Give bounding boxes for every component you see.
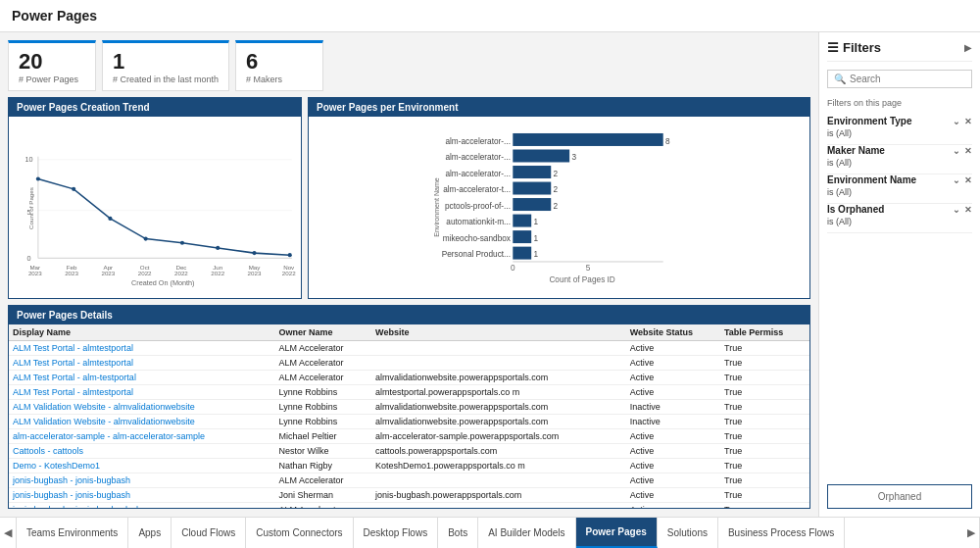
table-cell[interactable]: jonis-bugbash - jonis-bugbash-dev	[9, 503, 275, 509]
table-col-header: Owner Name	[275, 324, 372, 341]
table-cell: ALM Accelerator	[275, 356, 372, 371]
table-cell: Inactive	[626, 415, 720, 429]
filter-clear-icon[interactable]: ✕	[964, 146, 972, 156]
tab-cloud-flows[interactable]: Cloud Flows	[172, 518, 246, 548]
svg-text:5: 5	[586, 264, 591, 273]
filter-actions: ⌄ ✕	[953, 175, 972, 185]
table-cell: True	[720, 341, 809, 356]
table-cell[interactable]: ALM Test Portal - almtestportal	[9, 356, 275, 371]
table-cell: almvalidationwebsite.powerappsportals.co…	[371, 415, 626, 429]
table-cell[interactable]: ALM Test Portal - almtestportal	[9, 385, 275, 400]
svg-text:2022: 2022	[211, 270, 224, 276]
filter-clear-icon[interactable]: ✕	[964, 175, 972, 185]
table-cell[interactable]: jonis-bugbash - jonis-bugbash	[9, 488, 275, 503]
table-scroll[interactable]: Display NameOwner NameWebsiteWebsite Sta…	[9, 324, 809, 508]
filter-clear-icon[interactable]: ✕	[964, 117, 972, 126]
svg-text:alm-accelerator-...: alm-accelerator-...	[445, 137, 510, 146]
table-row[interactable]: jonis-bugbash - jonis-bugbash-devALM Acc…	[9, 503, 809, 509]
svg-text:8: 8	[665, 137, 670, 146]
table-cell[interactable]: jonis-bugbash - jonis-bugbash	[9, 473, 275, 488]
svg-text:pctools-proof-of-...: pctools-proof-of-...	[445, 202, 511, 211]
table-cell[interactable]: alm-accelerator-sample - alm-accelerator…	[9, 429, 275, 444]
tab-prev[interactable]: ◀	[0, 518, 17, 548]
table-cell	[371, 341, 626, 356]
row-link[interactable]: ALM Test Portal - almtestportal	[13, 358, 133, 368]
tab-custom-connectors[interactable]: Custom Connectors	[246, 518, 353, 548]
table-row[interactable]: ALM Test Portal - almtestportalALM Accel…	[9, 341, 809, 356]
table-cell: True	[720, 459, 809, 473]
table-cell: ALM Accelerator	[275, 503, 372, 509]
tab-bots[interactable]: Bots	[438, 518, 478, 548]
row-link[interactable]: ALM Test Portal - alm-testportal	[13, 373, 136, 382]
table-row[interactable]: ALM Validation Website - almvalidationwe…	[9, 415, 809, 429]
filter-clear-icon[interactable]: ✕	[964, 205, 972, 215]
row-link[interactable]: jonis-bugbash - jonis-bugbash	[13, 490, 130, 500]
tab-teams-environments[interactable]: Teams Environments	[17, 518, 128, 548]
env-chart-svg: Environment Name alm-accelerator-... 8 a…	[313, 121, 806, 294]
row-link[interactable]: ALM Validation Website - almvalidationwe…	[13, 402, 195, 412]
row-link[interactable]: ALM Test Portal - almtestportal	[13, 343, 133, 353]
row-link[interactable]: Cattools - cattools	[13, 446, 83, 456]
kpi-row: 20# Power Pages1# Created in the last mo…	[8, 40, 810, 91]
table-cell: True	[720, 385, 809, 400]
svg-text:Created On (Month): Created On (Month)	[131, 278, 194, 287]
table-row[interactable]: Demo - KoteshDemo1Nathan RigbyKoteshDemo…	[9, 459, 809, 473]
table-cell[interactable]: ALM Validation Website - almvalidationwe…	[9, 400, 275, 415]
table-row[interactable]: alm-accelerator-sample - alm-accelerator…	[9, 429, 809, 444]
table-cell	[371, 356, 626, 371]
svg-text:1: 1	[534, 234, 539, 243]
table-cell[interactable]: ALM Validation Website - almvalidationwe…	[9, 415, 275, 429]
table-row[interactable]: jonis-bugbash - jonis-bugbashALM Acceler…	[9, 473, 809, 488]
tab-ai-builder-models[interactable]: AI Builder Models	[478, 518, 575, 548]
row-link[interactable]: alm-accelerator-sample - alm-accelerator…	[13, 431, 205, 441]
table-cell[interactable]: Demo - KoteshDemo1	[9, 459, 275, 473]
filters-expand-icon[interactable]: ▶	[964, 42, 972, 53]
svg-text:alm-accelerator-...: alm-accelerator-...	[445, 170, 510, 178]
tab-desktop-flows[interactable]: Desktop Flows	[354, 518, 439, 548]
table-row[interactable]: Cattools - cattoolsNestor Wilkecattools.…	[9, 444, 809, 459]
search-box[interactable]: 🔍	[827, 70, 972, 88]
table-cell: Active	[626, 444, 720, 459]
table-cell: Active	[626, 385, 720, 400]
svg-point-9	[72, 187, 75, 191]
filter-chevron-icon[interactable]: ⌄	[953, 117, 960, 126]
row-link[interactable]: jonis-bugbash - jonis-bugbash	[13, 475, 130, 485]
filter-icon: ☰	[827, 40, 839, 55]
row-link[interactable]: ALM Test Portal - almtestportal	[13, 387, 133, 397]
tab-apps[interactable]: Apps	[128, 518, 172, 548]
svg-rect-36	[513, 133, 662, 146]
table-cell[interactable]: ALM Test Portal - almtestportal	[9, 341, 275, 356]
table-cell: Active	[626, 459, 720, 473]
tab-power-pages[interactable]: Power Pages	[576, 518, 658, 548]
search-input[interactable]	[850, 74, 965, 84]
svg-text:0: 0	[27, 254, 31, 263]
table-cell[interactable]: ALM Test Portal - alm-testportal	[9, 371, 275, 385]
table-cell: Active	[626, 488, 720, 503]
table-row[interactable]: ALM Test Portal - almtestportalLynne Rob…	[9, 385, 809, 400]
svg-text:2023: 2023	[101, 270, 115, 276]
table-cell: True	[720, 488, 809, 503]
row-link[interactable]: ALM Validation Website - almvalidationwe…	[13, 417, 195, 426]
table-cell: True	[720, 356, 809, 371]
table-cell: Active	[626, 341, 720, 356]
row-link[interactable]: jonis-bugbash - jonis-bugbash-dev	[13, 505, 148, 508]
table-cell: almvalidationwebsite.powerappsportals.co…	[371, 371, 626, 385]
filter-value: is (All)	[827, 187, 972, 197]
table-cell: True	[720, 444, 809, 459]
tab-next[interactable]: ▶	[963, 518, 980, 548]
table-cell[interactable]: Cattools - cattools	[9, 444, 275, 459]
right-panel: ☰ Filters ▶ 🔍 Filters on this page Envir…	[818, 32, 980, 517]
row-link[interactable]: Demo - KoteshDemo1	[13, 461, 100, 471]
filter-chevron-icon[interactable]: ⌄	[953, 146, 960, 156]
table-row[interactable]: ALM Validation Website - almvalidationwe…	[9, 400, 809, 415]
table-row[interactable]: jonis-bugbash - jonis-bugbashJoni Sherma…	[9, 488, 809, 503]
tab-solutions[interactable]: Solutions	[658, 518, 718, 548]
table-row[interactable]: ALM Test Portal - alm-testportalALM Acce…	[9, 371, 809, 385]
table-cell: almvalidationwebsite.powerappsportals.co…	[371, 400, 626, 415]
table-row[interactable]: ALM Test Portal - almtestportalALM Accel…	[9, 356, 809, 371]
svg-text:2: 2	[554, 202, 559, 211]
filter-chevron-icon[interactable]: ⌄	[953, 175, 960, 185]
tab-business-process-flows[interactable]: Business Process Flows	[718, 518, 845, 548]
filter-chevron-icon[interactable]: ⌄	[953, 205, 960, 215]
filters-header: ☰ Filters ▶	[827, 40, 972, 62]
